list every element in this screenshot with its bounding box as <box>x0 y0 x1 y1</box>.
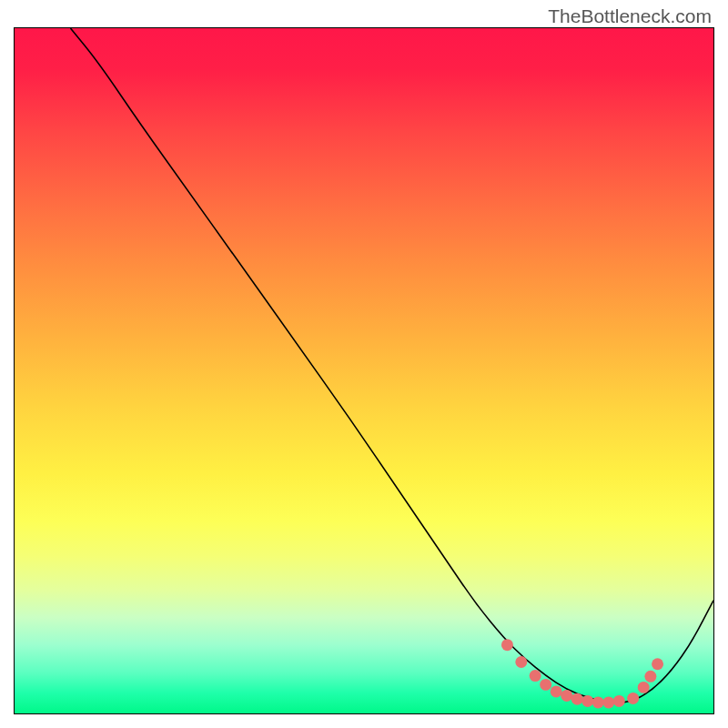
dot <box>652 658 663 670</box>
watermark-text: TheBottleneck.com <box>548 5 712 27</box>
dot <box>638 682 650 693</box>
dot <box>540 679 551 691</box>
dot <box>530 670 541 682</box>
bottleneck-curve <box>70 28 713 703</box>
dot <box>501 639 513 651</box>
dot <box>602 696 614 708</box>
dot <box>551 685 562 697</box>
dot <box>581 695 593 707</box>
dot <box>613 695 625 707</box>
dot <box>644 671 656 682</box>
dot <box>627 693 639 704</box>
dot <box>592 696 604 708</box>
curve-overlay <box>15 28 713 713</box>
dot <box>561 690 572 702</box>
dot <box>571 693 583 705</box>
dot <box>515 656 527 668</box>
chart-plot-area <box>14 27 714 714</box>
